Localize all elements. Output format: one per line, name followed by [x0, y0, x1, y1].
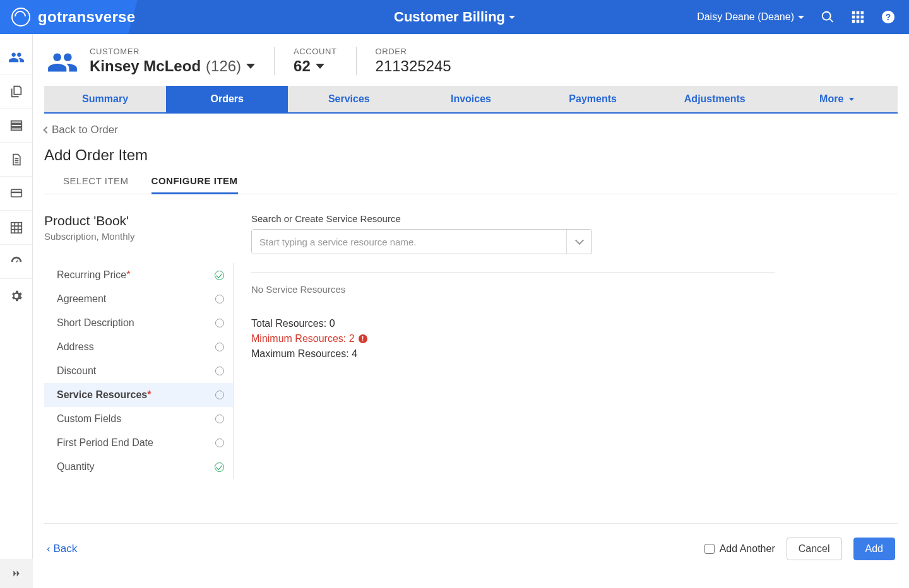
config-option-address[interactable]: Address — [44, 335, 233, 359]
tab-services[interactable]: Services — [288, 86, 410, 112]
config-option-custom-fields[interactable]: Custom Fields — [44, 407, 233, 431]
exclamation-icon: ! — [359, 334, 367, 343]
subtab-configure-item[interactable]: CONFIGURE ITEM — [152, 175, 238, 194]
empty-circle-icon — [215, 415, 224, 423]
empty-circle-icon — [215, 319, 224, 327]
config-option-label: Agreement — [57, 293, 106, 305]
subtab-select-item[interactable]: SELECT ITEM — [63, 175, 129, 194]
nav-document[interactable] — [0, 143, 33, 177]
nav-settings[interactable] — [0, 279, 33, 313]
customer-id: (126) — [206, 57, 241, 75]
caret-down-icon — [246, 64, 255, 69]
help-icon[interactable]: ? — [881, 10, 895, 24]
account-tabs: SummaryOrdersServicesInvoicesPaymentsAdj… — [44, 86, 898, 114]
resource-summary: Total Resources: 0 Minimum Resources: 2 … — [251, 316, 775, 362]
topbar-right: Daisy Deane (Deane) ? — [697, 10, 909, 24]
caret-down-icon — [798, 16, 804, 19]
svg-rect-6 — [852, 20, 855, 23]
config-option-label: Service Resources* — [57, 389, 151, 401]
add-another-checkbox[interactable]: Add Another — [704, 543, 775, 555]
back-to-order-link[interactable]: Back to Order — [44, 124, 118, 136]
check-circle-icon — [215, 271, 224, 280]
svg-rect-13 — [11, 127, 21, 130]
nav-customers[interactable] — [0, 40, 33, 74]
resource-search-input[interactable] — [252, 230, 566, 254]
sidenav-expand[interactable] — [0, 559, 33, 588]
order-col: ORDER 211325245 — [356, 47, 470, 75]
add-button[interactable]: Add — [853, 538, 895, 560]
back-link[interactable]: ‹ Back — [47, 543, 77, 555]
empty-circle-icon — [215, 343, 224, 351]
svg-rect-7 — [857, 20, 860, 23]
tab-orders[interactable]: Orders — [166, 86, 288, 112]
resource-search[interactable] — [251, 229, 592, 254]
config-option-first-period-end-date[interactable]: First Period End Date — [44, 431, 233, 455]
check-circle-icon — [215, 462, 224, 472]
tab-adjustments[interactable]: Adjustments — [654, 86, 776, 112]
empty-circle-icon — [215, 367, 224, 375]
entity-header: CUSTOMER Kinsey McLeod (126) ACCOUNT 62 … — [33, 34, 909, 86]
chevron-left-icon — [43, 126, 50, 133]
config-option-discount[interactable]: Discount — [44, 359, 233, 383]
nav-card[interactable] — [0, 177, 33, 211]
nav-copy[interactable] — [0, 74, 33, 109]
tab-more[interactable]: More — [776, 86, 898, 112]
config-option-list: Recurring Price*AgreementShort Descripti… — [44, 263, 234, 479]
nav-dashboard[interactable] — [0, 245, 33, 279]
module-selector[interactable]: Customer Billing — [394, 9, 515, 25]
account-col: ACCOUNT 62 — [274, 47, 355, 75]
main: CUSTOMER Kinsey McLeod (126) ACCOUNT 62 … — [0, 34, 909, 588]
module-title: Customer Billing — [394, 9, 505, 25]
content: CUSTOMER Kinsey McLeod (126) ACCOUNT 62 … — [33, 34, 909, 588]
caret-down-icon — [849, 98, 854, 101]
configure-body: Product 'Book' Subscription, Monthly Rec… — [33, 194, 909, 479]
product-title: Product 'Book' — [44, 213, 234, 228]
customer-name: Kinsey McLeod — [90, 57, 201, 75]
config-option-recurring-price[interactable]: Recurring Price* — [44, 263, 233, 287]
top-bar: gotransverse Customer Billing Daisy Dean… — [0, 0, 909, 34]
page-title: Add Order Item — [33, 141, 909, 164]
svg-rect-12 — [11, 124, 21, 127]
config-option-quantity[interactable]: Quantity — [44, 455, 233, 479]
apps-grid-icon[interactable] — [851, 10, 865, 24]
tab-summary[interactable]: Summary — [44, 86, 166, 112]
resource-search-dropdown[interactable] — [566, 230, 591, 254]
user-name: Daisy Deane (Deane) — [697, 11, 794, 23]
config-option-service-resources[interactable]: Service Resources* — [44, 383, 233, 407]
divider — [251, 272, 775, 273]
footer-actions: Add Another Cancel Add — [704, 538, 895, 560]
configure-right: Search or Create Service Resource No Ser… — [251, 213, 775, 479]
config-option-agreement[interactable]: Agreement — [44, 287, 233, 311]
svg-rect-3 — [852, 16, 855, 19]
svg-rect-11 — [11, 121, 21, 123]
cancel-button[interactable]: Cancel — [787, 538, 842, 560]
brand: gotransverse — [0, 0, 202, 34]
brand-logo-icon — [11, 8, 30, 26]
svg-rect-1 — [857, 11, 860, 15]
config-option-label: Address — [57, 341, 94, 353]
svg-rect-15 — [11, 191, 21, 193]
account-selector[interactable]: 62 — [294, 57, 336, 75]
resource-search-label: Search or Create Service Resource — [251, 213, 775, 224]
nav-stack[interactable] — [0, 109, 33, 143]
order-label: ORDER — [376, 47, 451, 56]
svg-rect-4 — [857, 16, 860, 19]
config-option-short-description[interactable]: Short Description — [44, 311, 233, 335]
nav-table[interactable] — [0, 211, 33, 245]
product-meta: Subscription, Monthly — [44, 231, 234, 242]
svg-rect-16 — [11, 222, 21, 233]
svg-rect-2 — [861, 11, 864, 15]
svg-text:?: ? — [886, 13, 891, 22]
customer-selector[interactable]: Kinsey McLeod (126) — [90, 57, 255, 75]
caret-down-icon — [509, 16, 515, 19]
caret-down-icon — [316, 64, 324, 69]
sidenav — [0, 34, 33, 588]
tab-payments[interactable]: Payments — [532, 86, 654, 112]
user-menu[interactable]: Daisy Deane (Deane) — [697, 11, 804, 23]
customers-icon — [44, 47, 81, 78]
total-resources: Total Resources: 0 — [251, 316, 775, 331]
configure-left: Product 'Book' Subscription, Monthly Rec… — [44, 213, 234, 479]
search-icon[interactable] — [821, 10, 835, 24]
svg-rect-5 — [861, 16, 864, 19]
tab-invoices[interactable]: Invoices — [410, 86, 532, 112]
